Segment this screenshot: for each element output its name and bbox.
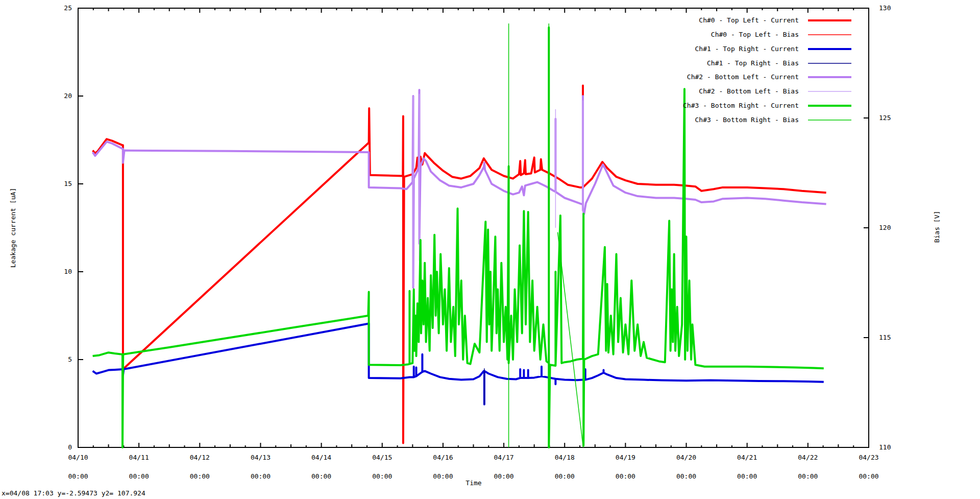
x-tick-date-label: 04/20 [676, 454, 696, 461]
y2-tick-label: 125 [879, 114, 891, 122]
x-tick-date-label: 04/22 [798, 454, 818, 461]
x-tick-date-label: 04/16 [433, 454, 453, 461]
y-tick-label: 5 [68, 355, 72, 363]
x-tick-time-label: 00:00 [433, 472, 453, 480]
x-tick-date-label: 04/21 [737, 454, 757, 461]
x-tick-date-label: 04/13 [251, 454, 271, 461]
x-tick-time-label: 00:00 [129, 472, 149, 480]
x-tick-date-label: 04/14 [311, 454, 331, 461]
y2-tick-label: 120 [879, 224, 891, 231]
y-tick-label: 20 [64, 92, 72, 100]
x-tick-date-label: 04/18 [555, 454, 575, 461]
series-ch0-current [93, 85, 826, 443]
y-tick-label: 15 [64, 180, 72, 187]
x-tick-date-label: 04/12 [190, 454, 210, 461]
legend-label-ch0-current: Ch#0 - Top Left - Current [699, 16, 799, 24]
x-tick-time-label: 00:00 [798, 472, 818, 480]
legend-label-ch1-bias: Ch#1 - Top Right - Bias [707, 59, 799, 67]
y2-tick-label: 130 [879, 4, 891, 12]
x-tick-time-label: 00:00 [555, 472, 575, 480]
x-tick-time-label: 00:00 [311, 472, 331, 480]
gnuplot-window: 04/1000:0004/1100:0004/1200:0004/1300:00… [0, 0, 980, 499]
y-tick-label: 25 [64, 4, 72, 12]
x-tick-time-label: 00:00 [372, 472, 392, 480]
chart-canvas[interactable]: 04/1000:0004/1100:0004/1200:0004/1300:00… [0, 0, 980, 499]
legend-label-ch1-current: Ch#1 - Top Right - Current [695, 45, 799, 53]
legend-label-ch2-current: Ch#2 - Bottom Left - Current [687, 73, 799, 81]
x-tick-time-label: 00:00 [616, 472, 635, 480]
legend-label-ch0-bias: Ch#0 - Top Left - Bias [711, 31, 799, 38]
legend-label-ch2-bias: Ch#2 - Bottom Left - Bias [699, 87, 799, 95]
x-tick-date-label: 04/10 [68, 454, 88, 461]
x-tick-date-label: 04/19 [616, 454, 635, 461]
x-tick-date-label: 04/17 [494, 454, 514, 461]
y-tick-label: 0 [68, 443, 72, 451]
x-tick-date-label: 04/23 [859, 454, 878, 461]
x-tick-time-label: 00:00 [676, 472, 696, 480]
x-tick-time-label: 00:00 [859, 472, 878, 480]
x-axis-title: Time [465, 479, 481, 487]
series-ch1-current [93, 324, 824, 405]
x-tick-time-label: 00:00 [68, 472, 88, 480]
y2-tick-label: 115 [879, 334, 891, 341]
x-tick-time-label: 00:00 [737, 472, 757, 480]
y-axis-title: Leakage current [uA] [9, 188, 17, 268]
y-tick-label: 10 [64, 268, 72, 275]
x-tick-time-label: 00:00 [494, 472, 514, 480]
x-tick-time-label: 00:00 [190, 472, 210, 480]
legend-label-ch3-bias: Ch#3 - Bottom Right - Bias [695, 116, 799, 124]
y2-axis-title: Bias [V] [933, 211, 941, 243]
legend-label-ch3-current: Ch#3 - Bottom Right - Current [683, 102, 799, 109]
x-tick-time-label: 00:00 [251, 472, 271, 480]
y2-tick-label: 110 [879, 443, 891, 451]
x-tick-date-label: 04/11 [129, 454, 149, 461]
mouse-coordinates-readout: x=04/08 17:03 y=-2.59473 y2= 107.924 [2, 489, 145, 497]
x-tick-date-label: 04/15 [372, 454, 392, 461]
